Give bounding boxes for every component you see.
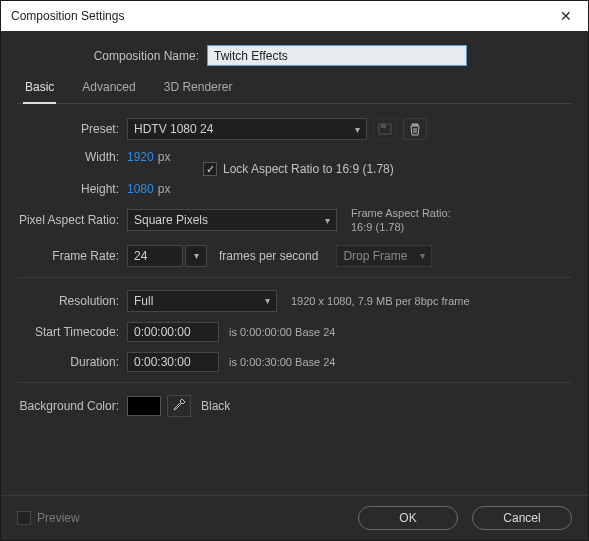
duration-note: is 0:00:30:00 Base 24 (229, 356, 335, 368)
preset-select[interactable]: HDTV 1080 24 ▾ (127, 118, 367, 140)
frame-aspect-value: 16:9 (1.78) (351, 220, 451, 234)
chevron-down-icon: ▾ (355, 124, 360, 135)
frame-rate-row: Frame Rate: 24 ▾ frames per second Drop … (17, 245, 572, 267)
start-timecode-note: is 0:00:00:00 Base 24 (229, 326, 335, 338)
frame-rate-per-text: frames per second (219, 249, 318, 263)
width-value[interactable]: 1920 (127, 150, 154, 164)
svg-rect-1 (381, 124, 386, 128)
tab-advanced[interactable]: Advanced (80, 76, 137, 103)
frame-aspect-title: Frame Aspect Ratio: (351, 206, 451, 220)
drop-frame-value: Drop Frame (343, 249, 407, 263)
separator (17, 277, 572, 278)
par-label: Pixel Aspect Ratio: (17, 213, 127, 227)
duration-input[interactable] (127, 352, 219, 372)
width-unit: px (158, 150, 171, 164)
chevron-down-icon: ▾ (325, 215, 330, 226)
height-row: Height: 1080 px (17, 182, 572, 196)
resolution-note: 1920 x 1080, 7.9 MB per 8bpc frame (291, 295, 470, 307)
duration-row: Duration: is 0:00:30:00 Base 24 (17, 352, 572, 372)
composition-settings-dialog: Composition Settings ✕ Composition Name:… (0, 0, 589, 541)
chevron-down-icon: ▾ (420, 250, 425, 261)
bg-color-label: Background Color: (17, 399, 127, 413)
start-timecode-row: Start Timecode: is 0:00:00:00 Base 24 (17, 322, 572, 342)
chevron-down-icon: ▾ (194, 250, 199, 261)
comp-name-label: Composition Name: (17, 49, 207, 63)
resolution-select[interactable]: Full ▾ (127, 290, 277, 312)
separator (17, 382, 572, 383)
close-icon[interactable]: ✕ (554, 8, 578, 24)
eyedropper-icon[interactable] (167, 395, 191, 417)
chevron-down-icon: ▾ (265, 295, 270, 306)
par-select[interactable]: Square Pixels ▾ (127, 209, 337, 231)
width-label: Width: (17, 150, 127, 164)
preview-row: Preview (17, 511, 80, 525)
frame-aspect-note: Frame Aspect Ratio: 16:9 (1.78) (351, 206, 451, 235)
comp-name-row: Composition Name: (17, 45, 572, 66)
resolution-row: Resolution: Full ▾ 1920 x 1080, 7.9 MB p… (17, 290, 572, 312)
drop-frame-select: Drop Frame ▾ (336, 245, 432, 267)
comp-name-input[interactable] (207, 45, 467, 66)
titlebar: Composition Settings ✕ (1, 1, 588, 31)
cancel-button[interactable]: Cancel (472, 506, 572, 530)
tabs: Basic Advanced 3D Renderer (17, 76, 572, 104)
frame-rate-input[interactable]: 24 (127, 245, 183, 267)
resolution-value: Full (134, 294, 153, 308)
lock-aspect-row: Lock Aspect Ratio to 16:9 (1.78) (203, 162, 572, 176)
tab-basic[interactable]: Basic (23, 76, 56, 104)
par-value: Square Pixels (134, 213, 208, 227)
dialog-content: Composition Name: Basic Advanced 3D Rend… (1, 31, 588, 540)
height-value[interactable]: 1080 (127, 182, 154, 196)
bg-color-swatch[interactable] (127, 396, 161, 416)
tab-3d-renderer[interactable]: 3D Renderer (162, 76, 235, 103)
preset-row: Preset: HDTV 1080 24 ▾ (17, 118, 572, 140)
start-timecode-input[interactable] (127, 322, 219, 342)
resolution-label: Resolution: (17, 294, 127, 308)
ok-button[interactable]: OK (358, 506, 458, 530)
frame-rate-value: 24 (134, 249, 147, 263)
lock-aspect-label: Lock Aspect Ratio to 16:9 (1.78) (223, 162, 394, 176)
bg-color-name: Black (201, 399, 230, 413)
trash-icon[interactable] (403, 118, 427, 140)
height-label: Height: (17, 182, 127, 196)
height-unit: px (158, 182, 171, 196)
save-preset-icon (373, 118, 397, 140)
bg-color-row: Background Color: Black (17, 395, 572, 417)
preview-label: Preview (37, 511, 80, 525)
frame-rate-dropdown[interactable]: ▾ (185, 245, 207, 267)
preview-checkbox[interactable] (17, 511, 31, 525)
start-timecode-label: Start Timecode: (17, 325, 127, 339)
frame-rate-label: Frame Rate: (17, 249, 127, 263)
preset-label: Preset: (17, 122, 127, 136)
preset-value: HDTV 1080 24 (134, 122, 213, 136)
footer: Preview OK Cancel (1, 495, 588, 540)
duration-label: Duration: (17, 355, 127, 369)
dialog-title: Composition Settings (11, 9, 124, 23)
par-row: Pixel Aspect Ratio: Square Pixels ▾ Fram… (17, 206, 572, 235)
lock-aspect-checkbox[interactable] (203, 162, 217, 176)
